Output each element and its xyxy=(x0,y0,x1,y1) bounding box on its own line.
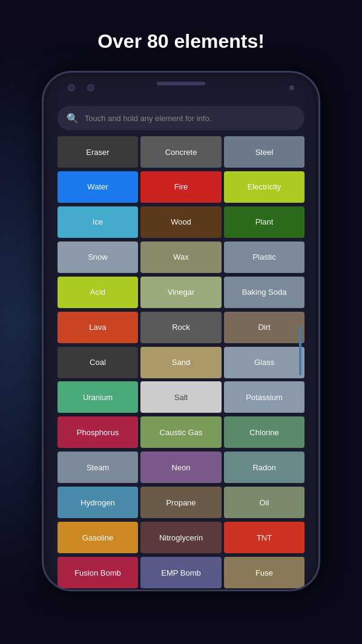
element-cell-fusion-bomb[interactable]: Fusion Bomb xyxy=(58,557,139,588)
element-cell-potassium[interactable]: Potassium xyxy=(224,381,305,413)
search-icon: 🔍 xyxy=(67,113,79,124)
element-cell-fire[interactable]: Fire xyxy=(140,171,222,203)
element-cell-coal[interactable]: Coal xyxy=(58,347,139,378)
camera-right-icon xyxy=(87,84,94,91)
element-cell-gasoline[interactable]: Gasoline xyxy=(58,522,139,553)
camera-group xyxy=(68,84,94,91)
element-cell-dirt[interactable]: Dirt xyxy=(224,312,305,343)
element-cell-wood[interactable]: Wood xyxy=(140,206,222,238)
element-cell-emp-bomb[interactable]: EMP Bomb xyxy=(140,557,222,588)
element-cell-salt[interactable]: Salt xyxy=(140,381,222,413)
element-cell-caustic-gas[interactable]: Caustic Gas xyxy=(140,416,222,448)
element-cell-uranium[interactable]: Uranium xyxy=(58,381,139,413)
element-cell-steam[interactable]: Steam xyxy=(58,452,139,483)
search-placeholder: Touch and hold any element for info. xyxy=(85,114,212,123)
scrollbar-indicator[interactable] xyxy=(299,327,301,375)
element-cell-ice[interactable]: Ice xyxy=(58,206,139,238)
element-cell-baking-soda[interactable]: Baking Soda xyxy=(224,277,305,308)
element-cell-electricity[interactable]: Electricity xyxy=(224,171,305,203)
element-cell-glass[interactable]: Glass xyxy=(224,347,305,378)
element-cell-nitroglycerin[interactable]: Nitroglycerin xyxy=(140,522,222,553)
element-cell-concrete[interactable]: Concrete xyxy=(140,136,222,168)
element-cell-phosphorus[interactable]: Phosphorus xyxy=(58,416,139,448)
element-cell-hydrogen[interactable]: Hydrogen xyxy=(58,487,139,518)
phone-sensor-icon xyxy=(289,85,294,90)
element-cell-water[interactable]: Water xyxy=(58,171,139,203)
element-cell-acid[interactable]: Acid xyxy=(58,277,139,308)
page-headline: Over 80 elements! xyxy=(97,30,265,53)
element-cell-plastic[interactable]: Plastic xyxy=(224,242,305,273)
element-cell-eraser[interactable]: Eraser xyxy=(58,136,139,168)
elements-grid: EraserConcreteSteelWaterFireElectricityI… xyxy=(58,136,305,590)
element-cell-sand[interactable]: Sand xyxy=(140,347,222,378)
element-cell-chlorine[interactable]: Chlorine xyxy=(224,416,305,448)
element-cell-propane[interactable]: Propane xyxy=(140,487,222,518)
element-cell-rock[interactable]: Rock xyxy=(140,312,222,343)
element-cell-steel[interactable]: Steel xyxy=(224,136,305,168)
element-cell-plant[interactable]: Plant xyxy=(224,206,305,238)
camera-left-icon xyxy=(68,84,75,91)
element-cell-neon[interactable]: Neon xyxy=(140,452,222,483)
element-cell-wax[interactable]: Wax xyxy=(140,242,222,273)
phone-top-bar xyxy=(44,73,318,103)
element-cell-lava[interactable]: Lava xyxy=(58,312,139,343)
phone-notch xyxy=(157,82,205,85)
element-cell-radon[interactable]: Radon xyxy=(224,452,305,483)
element-cell-vinegar[interactable]: Vinegar xyxy=(140,277,222,308)
element-cell-snow[interactable]: Snow xyxy=(58,242,139,273)
phone-frame: 🔍 Touch and hold any element for info. E… xyxy=(42,71,320,591)
element-cell-fuse[interactable]: Fuse xyxy=(224,557,305,588)
search-bar[interactable]: 🔍 Touch and hold any element for info. xyxy=(58,106,305,130)
element-cell-tnt[interactable]: TNT xyxy=(224,522,305,553)
element-cell-oil[interactable]: Oil xyxy=(224,487,305,518)
